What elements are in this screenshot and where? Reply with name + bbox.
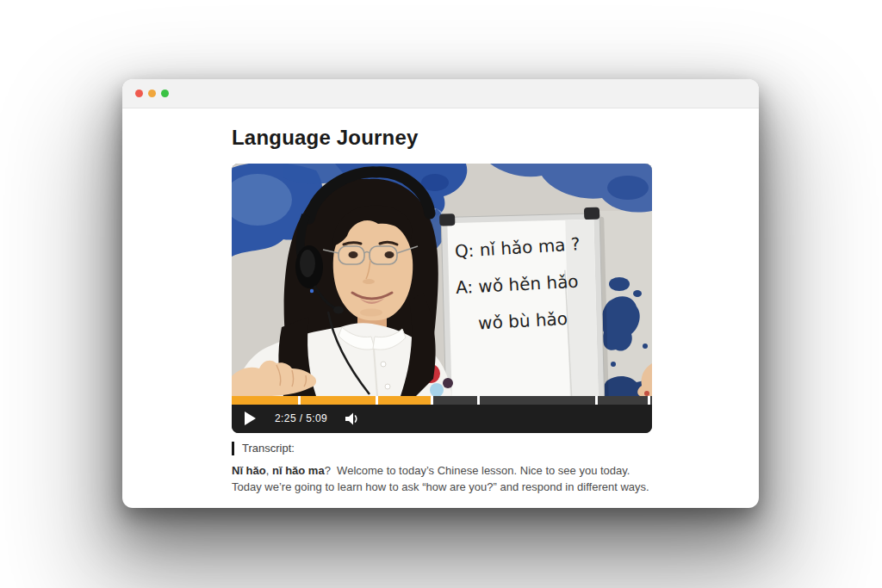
headset-led: [310, 289, 314, 293]
progress-bar[interactable]: [232, 396, 652, 405]
transcript-paragraph: Nǐ means you, hǎo means good. Ma is a qu…: [232, 504, 652, 507]
video-scene: Q: nǐ hǎo ma ? A: wǒ hěn hǎo wǒ bù hǎo: [232, 164, 652, 396]
close-button[interactable]: [135, 90, 143, 97]
page-title: Language Journey: [232, 126, 759, 151]
chapter-marker: [477, 396, 480, 405]
play-button[interactable]: [244, 412, 256, 425]
video-player: Q: nǐ hǎo ma ? A: wǒ hěn hǎo wǒ bù hǎo: [232, 164, 652, 433]
playhead[interactable]: [431, 396, 433, 405]
chapter-marker: [298, 396, 301, 405]
time-display: 2:25 / 5:09: [275, 412, 327, 424]
chapter-marker: [595, 396, 598, 405]
volume-button[interactable]: [345, 412, 360, 425]
speaker-icon: [345, 412, 360, 425]
maximize-button[interactable]: [161, 90, 169, 97]
window-title-bar[interactable]: [122, 79, 759, 108]
board-corner-cap: [584, 207, 599, 219]
video-controls: 2:25 / 5:09: [232, 405, 652, 433]
transcript-paragraph: Nǐ hǎo, nǐ hǎo ma? Welcome to today’s Ch…: [232, 463, 652, 496]
play-icon: [244, 412, 256, 425]
whiteboard: Q: nǐ hǎo ma ? A: wǒ hěn hǎo wǒ bù hǎo: [439, 207, 609, 395]
progress-fill: [232, 396, 432, 405]
minimize-button[interactable]: [148, 90, 156, 97]
board-corner-cap: [439, 214, 455, 226]
browser-window: Language Journey: [122, 79, 759, 508]
chapter-marker: [648, 396, 650, 405]
page-content: Language Journey: [122, 108, 759, 507]
dark-badge-pin: [443, 378, 453, 388]
video-display[interactable]: Q: nǐ hǎo ma ? A: wǒ hěn hǎo wǒ bù hǎo: [232, 164, 652, 396]
transcript-heading: Transcript:: [232, 442, 652, 455]
microphone: [333, 306, 344, 313]
chapter-marker: [376, 396, 378, 405]
